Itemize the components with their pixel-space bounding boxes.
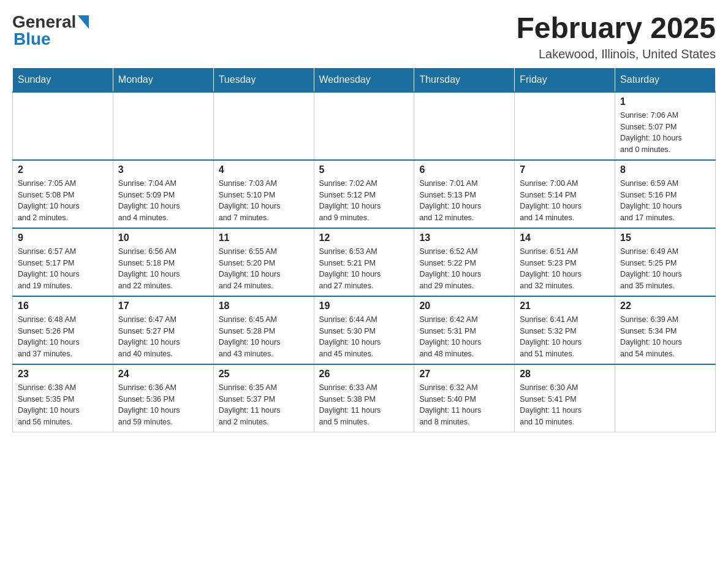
calendar-day-header: Wednesday (314, 67, 414, 92)
day-info: Sunrise: 6:44 AM Sunset: 5:30 PM Dayligh… (319, 314, 409, 360)
calendar-cell: 2Sunrise: 7:05 AM Sunset: 5:08 PM Daylig… (13, 160, 113, 228)
day-number: 25 (219, 369, 309, 380)
day-number: 18 (219, 301, 309, 312)
day-info: Sunrise: 6:53 AM Sunset: 5:21 PM Dayligh… (319, 246, 409, 292)
calendar-cell: 23Sunrise: 6:38 AM Sunset: 5:35 PM Dayli… (13, 364, 113, 432)
day-number: 22 (620, 301, 710, 312)
calendar-day-header: Monday (113, 67, 213, 92)
calendar-table: SundayMondayTuesdayWednesdayThursdayFrid… (12, 67, 716, 432)
calendar-cell: 12Sunrise: 6:53 AM Sunset: 5:21 PM Dayli… (314, 228, 414, 296)
day-info: Sunrise: 7:03 AM Sunset: 5:10 PM Dayligh… (219, 178, 309, 224)
calendar-cell: 10Sunrise: 6:56 AM Sunset: 5:18 PM Dayli… (113, 228, 213, 296)
logo-triangle-icon (78, 15, 89, 31)
day-number: 17 (118, 301, 208, 312)
day-info: Sunrise: 6:41 AM Sunset: 5:32 PM Dayligh… (520, 314, 610, 360)
calendar-day-header: Saturday (615, 67, 716, 92)
calendar-cell (615, 364, 716, 432)
day-info: Sunrise: 7:01 AM Sunset: 5:13 PM Dayligh… (419, 178, 509, 224)
day-number: 21 (520, 301, 610, 312)
calendar-day-header: Tuesday (213, 67, 314, 92)
calendar-cell: 20Sunrise: 6:42 AM Sunset: 5:31 PM Dayli… (414, 296, 515, 364)
calendar-cell (213, 92, 314, 160)
calendar-week-row: 23Sunrise: 6:38 AM Sunset: 5:35 PM Dayli… (13, 364, 716, 432)
calendar-cell (414, 92, 515, 160)
day-number: 2 (18, 164, 108, 175)
calendar-cell: 27Sunrise: 6:32 AM Sunset: 5:40 PM Dayli… (414, 364, 515, 432)
day-number: 13 (419, 232, 509, 243)
day-info: Sunrise: 6:51 AM Sunset: 5:23 PM Dayligh… (520, 246, 610, 292)
day-number: 9 (18, 232, 108, 243)
day-info: Sunrise: 7:06 AM Sunset: 5:07 PM Dayligh… (620, 110, 710, 156)
day-number: 23 (18, 369, 108, 380)
day-number: 16 (18, 301, 108, 312)
day-number: 15 (620, 232, 710, 243)
calendar-cell: 16Sunrise: 6:48 AM Sunset: 5:26 PM Dayli… (13, 296, 113, 364)
page-header: General Blue February 2025 Lakewood, Ill… (12, 12, 716, 61)
location-subtitle: Lakewood, Illinois, United States (516, 47, 716, 61)
svg-marker-0 (78, 15, 89, 29)
calendar-cell (314, 92, 414, 160)
calendar-cell (113, 92, 213, 160)
calendar-cell: 24Sunrise: 6:36 AM Sunset: 5:36 PM Dayli… (113, 364, 213, 432)
calendar-cell: 13Sunrise: 6:52 AM Sunset: 5:22 PM Dayli… (414, 228, 515, 296)
day-info: Sunrise: 6:49 AM Sunset: 5:25 PM Dayligh… (620, 246, 710, 292)
calendar-cell: 9Sunrise: 6:57 AM Sunset: 5:17 PM Daylig… (13, 228, 113, 296)
day-info: Sunrise: 6:30 AM Sunset: 5:41 PM Dayligh… (520, 382, 610, 428)
day-info: Sunrise: 6:39 AM Sunset: 5:34 PM Dayligh… (620, 314, 710, 360)
calendar-cell: 5Sunrise: 7:02 AM Sunset: 5:12 PM Daylig… (314, 160, 414, 228)
day-number: 12 (319, 232, 409, 243)
day-number: 3 (118, 164, 208, 175)
day-info: Sunrise: 6:55 AM Sunset: 5:20 PM Dayligh… (219, 246, 309, 292)
day-info: Sunrise: 6:56 AM Sunset: 5:18 PM Dayligh… (118, 246, 208, 292)
calendar-cell: 8Sunrise: 6:59 AM Sunset: 5:16 PM Daylig… (615, 160, 716, 228)
calendar-cell: 3Sunrise: 7:04 AM Sunset: 5:09 PM Daylig… (113, 160, 213, 228)
logo-blue-text: Blue (13, 29, 51, 49)
day-number: 20 (419, 301, 509, 312)
day-info: Sunrise: 6:48 AM Sunset: 5:26 PM Dayligh… (18, 314, 108, 360)
calendar-week-row: 1Sunrise: 7:06 AM Sunset: 5:07 PM Daylig… (13, 92, 716, 160)
day-info: Sunrise: 7:05 AM Sunset: 5:08 PM Dayligh… (18, 178, 108, 224)
calendar-cell (515, 92, 615, 160)
calendar-cell: 15Sunrise: 6:49 AM Sunset: 5:25 PM Dayli… (615, 228, 716, 296)
title-section: February 2025 Lakewood, Illinois, United… (516, 12, 716, 61)
calendar-cell: 19Sunrise: 6:44 AM Sunset: 5:30 PM Dayli… (314, 296, 414, 364)
calendar-week-row: 16Sunrise: 6:48 AM Sunset: 5:26 PM Dayli… (13, 296, 716, 364)
calendar-cell: 6Sunrise: 7:01 AM Sunset: 5:13 PM Daylig… (414, 160, 515, 228)
day-info: Sunrise: 7:02 AM Sunset: 5:12 PM Dayligh… (319, 178, 409, 224)
day-number: 7 (520, 164, 610, 175)
day-info: Sunrise: 6:38 AM Sunset: 5:35 PM Dayligh… (18, 382, 108, 428)
calendar-day-header: Sunday (13, 67, 113, 92)
month-title: February 2025 (516, 12, 716, 45)
calendar-week-row: 2Sunrise: 7:05 AM Sunset: 5:08 PM Daylig… (13, 160, 716, 228)
calendar-cell (13, 92, 113, 160)
day-number: 6 (419, 164, 509, 175)
calendar-cell: 17Sunrise: 6:47 AM Sunset: 5:27 PM Dayli… (113, 296, 213, 364)
day-number: 11 (219, 232, 309, 243)
calendar-cell: 21Sunrise: 6:41 AM Sunset: 5:32 PM Dayli… (515, 296, 615, 364)
day-number: 1 (620, 96, 710, 107)
calendar-day-header: Thursday (414, 67, 515, 92)
day-info: Sunrise: 6:35 AM Sunset: 5:37 PM Dayligh… (219, 382, 309, 428)
day-info: Sunrise: 7:00 AM Sunset: 5:14 PM Dayligh… (520, 178, 610, 224)
day-number: 8 (620, 164, 710, 175)
calendar-cell: 14Sunrise: 6:51 AM Sunset: 5:23 PM Dayli… (515, 228, 615, 296)
day-info: Sunrise: 6:33 AM Sunset: 5:38 PM Dayligh… (319, 382, 409, 428)
day-number: 27 (419, 369, 509, 380)
day-info: Sunrise: 6:57 AM Sunset: 5:17 PM Dayligh… (18, 246, 108, 292)
day-number: 24 (118, 369, 208, 380)
day-info: Sunrise: 6:59 AM Sunset: 5:16 PM Dayligh… (620, 178, 710, 224)
day-info: Sunrise: 6:52 AM Sunset: 5:22 PM Dayligh… (419, 246, 509, 292)
calendar-cell: 22Sunrise: 6:39 AM Sunset: 5:34 PM Dayli… (615, 296, 716, 364)
day-number: 10 (118, 232, 208, 243)
calendar-cell: 1Sunrise: 7:06 AM Sunset: 5:07 PM Daylig… (615, 92, 716, 160)
calendar-cell: 11Sunrise: 6:55 AM Sunset: 5:20 PM Dayli… (213, 228, 314, 296)
day-number: 28 (520, 369, 610, 380)
day-info: Sunrise: 7:04 AM Sunset: 5:09 PM Dayligh… (118, 178, 208, 224)
day-info: Sunrise: 6:45 AM Sunset: 5:28 PM Dayligh… (219, 314, 309, 360)
day-number: 19 (319, 301, 409, 312)
calendar-cell: 4Sunrise: 7:03 AM Sunset: 5:10 PM Daylig… (213, 160, 314, 228)
calendar-header-row: SundayMondayTuesdayWednesdayThursdayFrid… (13, 67, 716, 92)
calendar-cell: 25Sunrise: 6:35 AM Sunset: 5:37 PM Dayli… (213, 364, 314, 432)
day-number: 26 (319, 369, 409, 380)
logo: General Blue (12, 12, 89, 49)
